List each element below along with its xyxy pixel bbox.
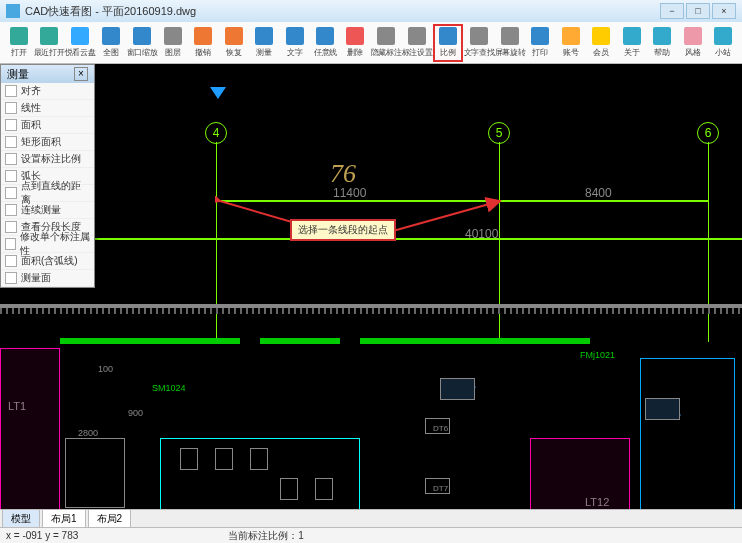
rotate-icon — [501, 27, 519, 45]
layout-tab[interactable]: 模型 — [2, 509, 40, 529]
toolbar-label: 撤销 — [195, 46, 210, 57]
menu-item-align[interactable]: 对齐 — [1, 83, 94, 100]
toolbar-label: 标注设置 — [402, 46, 433, 57]
grid-bubble-6: 6 — [697, 122, 719, 144]
layout-tab[interactable]: 布局1 — [42, 509, 86, 529]
toolbar-label: 悦看云盘 — [65, 46, 96, 57]
maximize-button[interactable]: □ — [686, 3, 710, 19]
recent-icon — [40, 27, 58, 45]
toolbar-label: 全图 — [104, 46, 119, 57]
grid-bubble-5: 5 — [488, 122, 510, 144]
grid-bubble-4: 4 — [205, 122, 227, 144]
findtext-icon — [470, 27, 488, 45]
toolbar-line-button[interactable]: 任意线 — [310, 24, 339, 62]
menu-item-area[interactable]: 面积 — [1, 117, 94, 134]
toolbar-print-button[interactable]: 打印 — [526, 24, 555, 62]
toolbar-label: 小站 — [716, 46, 731, 57]
wall — [360, 338, 590, 344]
toolbar-open-button[interactable]: 打开 — [4, 24, 33, 62]
toolbar-label: 测量 — [256, 46, 271, 57]
menu-item-icon — [5, 272, 17, 284]
toolbar-redo-button[interactable]: 恢复 — [219, 24, 248, 62]
toolbar-set-button[interactable]: 标注设置 — [402, 24, 432, 62]
menu-item-linear[interactable]: 线性 — [1, 100, 94, 117]
toolbar-site-button[interactable]: 小站 — [709, 24, 738, 62]
fixture-box — [425, 478, 450, 494]
layout-tab[interactable]: 布局2 — [88, 509, 132, 529]
minimize-button[interactable]: − — [660, 3, 684, 19]
toolbar-findtext-button[interactable]: 文字查找 — [464, 24, 494, 62]
fixture-box — [315, 478, 333, 500]
toolbar-label: 最近打开 — [34, 46, 65, 57]
menu-item-label: 面积(含弧线) — [21, 254, 78, 268]
dimension-line — [499, 200, 709, 202]
fixture-box — [425, 418, 450, 434]
toolbar-cloud-button[interactable]: 悦看云盘 — [65, 24, 95, 62]
menu-item-rectarea[interactable]: 矩形面积 — [1, 134, 94, 151]
close-button[interactable]: × — [712, 3, 736, 19]
toolbar-layer-button[interactable]: 图层 — [158, 24, 187, 62]
toolbar-vip-button[interactable]: 会员 — [587, 24, 616, 62]
vip-icon — [592, 27, 610, 45]
menu-close-icon[interactable]: × — [74, 67, 88, 81]
toolbar-label: 帮助 — [655, 46, 670, 57]
toolbar-zoom-button[interactable]: 窗口缩放 — [127, 24, 157, 62]
dim-900: 900 — [128, 408, 143, 418]
fixture-box — [180, 448, 198, 470]
toolbar-measure-button[interactable]: 测量 — [249, 24, 278, 62]
menu-item-icon — [5, 221, 17, 233]
measure-menu: 测量 × 对齐线性面积矩形面积设置标注比例弧长点到直线的距离连续测量查看分段长度… — [0, 64, 95, 288]
hide-icon — [377, 27, 395, 45]
dimension-76: 76 — [330, 159, 356, 189]
about-icon — [623, 27, 641, 45]
toolbar-style-button[interactable]: 风格 — [678, 24, 707, 62]
toolbar-acct-button[interactable]: 账号 — [556, 24, 585, 62]
zoom-icon — [133, 27, 151, 45]
toolbar-delete-button[interactable]: 删除 — [341, 24, 370, 62]
fixture-box — [215, 448, 233, 470]
toolbar-label: 删除 — [348, 46, 363, 57]
drawing-canvas[interactable]: 测量 × 对齐线性面积矩形面积设置标注比例弧长点到直线的距离连续测量查看分段长度… — [0, 64, 742, 509]
fixture-box — [280, 478, 298, 500]
menu-item-icon — [5, 119, 17, 131]
dimension-11400: 11400 — [333, 186, 366, 200]
open-icon — [10, 27, 28, 45]
status-scale: 当前标注比例：1 — [228, 529, 304, 543]
menu-item-measarea[interactable]: 测量面 — [1, 270, 94, 287]
toolbar-text-button[interactable]: 文字 — [280, 24, 309, 62]
label-fmb1018: FMB1018 — [108, 508, 147, 509]
toolbar-recent-button[interactable]: 最近打开 — [34, 24, 64, 62]
toolbar-scale-button[interactable]: 比例 — [433, 24, 463, 62]
marker-arrow-icon — [210, 87, 226, 99]
scale-icon — [439, 27, 457, 45]
toolbar-full-button[interactable]: 全图 — [96, 24, 125, 62]
menu-title: 测量 × — [1, 65, 94, 83]
room-box — [640, 358, 735, 509]
fixture-box — [250, 448, 268, 470]
app-icon — [6, 4, 20, 18]
line-icon — [316, 27, 334, 45]
dim-2800: 2800 — [78, 428, 98, 438]
toolbar-label: 文字查找 — [463, 46, 494, 57]
menu-item-label: 连续测量 — [21, 203, 61, 217]
toolbar-rotate-button[interactable]: 屏幕旋转 — [495, 24, 525, 62]
menu-item-icon — [5, 255, 17, 267]
label-sm1024: SM1024 — [152, 383, 186, 393]
menu-item-setscale[interactable]: 设置标注比例 — [1, 151, 94, 168]
fixture-box — [440, 378, 475, 400]
menu-item-icon — [5, 238, 16, 250]
dimension-8400: 8400 — [585, 186, 612, 200]
toolbar-about-button[interactable]: 关于 — [617, 24, 646, 62]
toolbar-help-button[interactable]: 帮助 — [648, 24, 677, 62]
menu-item-pt2line[interactable]: 点到直线的距离 — [1, 185, 94, 202]
menu-item-editprop[interactable]: 修改单个标注属性 — [1, 236, 94, 253]
toolbar-hide-button[interactable]: 隐藏标注 — [371, 24, 401, 62]
menu-item-label: 测量面 — [21, 271, 51, 285]
toolbar-undo-button[interactable]: 撤销 — [188, 24, 217, 62]
toolbar-label: 图层 — [165, 46, 180, 57]
tab-bar: 模型布局1布局2 — [0, 509, 742, 527]
fixture-box — [65, 438, 125, 508]
acct-icon — [562, 27, 580, 45]
menu-item-label: 线性 — [21, 101, 41, 115]
site-icon — [714, 27, 732, 45]
